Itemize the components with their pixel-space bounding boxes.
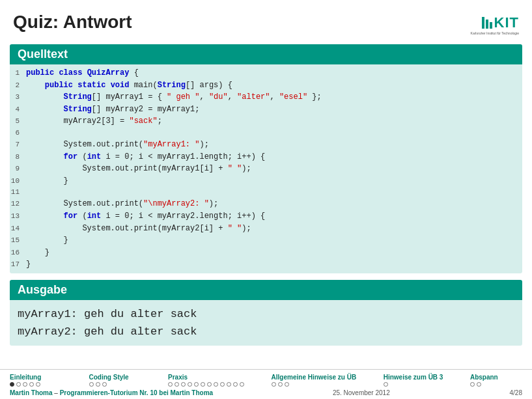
token: "sack" (129, 117, 157, 126)
nav-dot (220, 382, 225, 387)
line-content: myArray2[3] = "sack"; (26, 115, 162, 128)
token: for (64, 212, 78, 221)
line-content: System.out.print("\nmyArray2: "); (26, 198, 218, 210)
nav-dot (278, 382, 283, 387)
nav-dot (233, 382, 238, 387)
nav-dot (188, 382, 192, 387)
nav-dot (168, 382, 173, 387)
token: public (26, 68, 59, 77)
footer-dots (384, 382, 388, 387)
nav-dot (96, 382, 100, 387)
token: "\nmyArray2: " (143, 199, 209, 208)
nav-dot (214, 382, 218, 387)
quelltext-header: Quelltext (10, 44, 522, 64)
line-number: 5 (10, 116, 26, 127)
nav-dot (23, 382, 27, 387)
line-number: 9 (10, 163, 26, 174)
line-number: 13 (10, 211, 26, 222)
nav-dot (240, 382, 244, 387)
token: public (45, 81, 73, 90)
code-line: 8 for (int i = 0; i < myArray1.length; i… (10, 151, 522, 163)
token: void (111, 81, 130, 90)
output-line: myArray1: geh du alter sack (18, 305, 514, 323)
nav-dot (470, 382, 475, 387)
slide-header: Quiz: Antwort KIT Karlsruher Institut fü… (0, 0, 532, 44)
footer-section-coding-style: Coding Style (89, 374, 141, 387)
token: QuizArray (87, 68, 130, 77)
author-name: Martin Thoma (10, 389, 53, 396)
token: static (77, 81, 105, 90)
token: "du" (209, 92, 228, 102)
footer-section-label: Hinweise zum ÜB 3 (384, 374, 443, 381)
footer-section-label: Allgemeine Hinweise zu ÜB (272, 374, 357, 381)
nav-dot (194, 382, 199, 387)
nav-dot (477, 382, 481, 387)
code-line: 2 public static void main(String[] args)… (10, 79, 522, 92)
line-content: for (int i = 0; i < myArray1.length; i++… (26, 151, 265, 163)
footer-dots (272, 382, 289, 387)
footer-section-einleitung: Einleitung (10, 374, 62, 387)
line-content: } (26, 234, 68, 247)
nav-dot (16, 382, 21, 387)
slide-content: Quelltext 1public class QuizArray {2 pub… (0, 44, 532, 369)
token: " geh " (167, 92, 199, 102)
token: class (59, 68, 87, 77)
footer-section-praxis: Praxis (168, 374, 244, 387)
footer-dots (10, 382, 40, 387)
token: " " (228, 224, 242, 233)
nav-dot (36, 382, 40, 387)
line-number: 4 (10, 104, 26, 115)
line-number: 17 (10, 259, 26, 270)
quelltext-section: Quelltext 1public class QuizArray {2 pub… (10, 44, 522, 273)
line-number: 8 (10, 152, 26, 163)
kit-bars-icon (482, 17, 492, 29)
footer-nav: EinleitungCoding StylePraxisAllgemeine H… (10, 374, 522, 387)
nav-dot (227, 382, 231, 387)
token: "myArray1: " (143, 140, 199, 149)
line-content: System.out.print("myArray1: "); (26, 139, 209, 151)
line-number: 2 (10, 80, 26, 91)
footer-section-allgemeine-hinweise: Allgemeine Hinweise zu ÜB (272, 374, 357, 387)
code-line: 17} (10, 258, 522, 271)
nav-dot (201, 382, 205, 387)
line-content: public static void main(String[] args) { (26, 79, 232, 92)
code-line: 9 System.out.print(myArray1[i] + " "); (10, 163, 522, 175)
nav-dot (272, 382, 276, 387)
line-number: 15 (10, 235, 26, 246)
nav-dot (29, 382, 34, 387)
line-number: 7 (10, 139, 26, 150)
output-body: myArray1: geh du alter sackmyArray2: geh… (10, 300, 522, 346)
kit-logo: KIT Karlsruher Institut für Technologie (460, 12, 519, 38)
line-content: } (26, 258, 31, 271)
code-line: 11 (10, 187, 522, 198)
footer-course: Programmieren-Tutorium Nr. 10 bei Martin… (60, 389, 213, 396)
token: "esel" (279, 92, 307, 102)
code-line: 15 } (10, 234, 522, 247)
kit-subtext: Karlsruher Institut für Technologie (471, 31, 519, 35)
footer-bottom: Martin Thoma – Programmieren-Tutorium Nr… (10, 389, 522, 396)
nav-dot (384, 382, 388, 387)
nav-dot (10, 382, 14, 387)
token: int (87, 212, 102, 221)
footer-date: 25. November 2012 (333, 389, 390, 396)
code-line: 12 System.out.print("\nmyArray2: "); (10, 198, 522, 210)
footer-dots (168, 382, 244, 387)
footer-section-hinweise-ueb3: Hinweise zum ÜB 3 (384, 374, 443, 387)
code-line: 7 System.out.print("myArray1: "); (10, 139, 522, 151)
nav-dot (89, 382, 94, 387)
token: String (64, 92, 92, 102)
output-line: myArray2: geh du alter sack (18, 323, 514, 340)
footer-section-label: Coding Style (89, 374, 129, 381)
code-block: 1public class QuizArray {2 public static… (10, 64, 522, 273)
code-line: 5 myArray2[3] = "sack"; (10, 115, 522, 128)
footer-dots (470, 382, 481, 387)
line-content: for (int i = 0; i < myArray2.length; i++… (26, 210, 265, 223)
page-title: Quiz: Antwort (13, 12, 132, 33)
line-number: 11 (10, 187, 26, 198)
footer-page: 4/28 (510, 389, 522, 396)
token: int (87, 152, 102, 161)
nav-dot (102, 382, 107, 387)
token: String (158, 81, 186, 90)
code-line: 6 (10, 128, 522, 139)
nav-dot (175, 382, 179, 387)
